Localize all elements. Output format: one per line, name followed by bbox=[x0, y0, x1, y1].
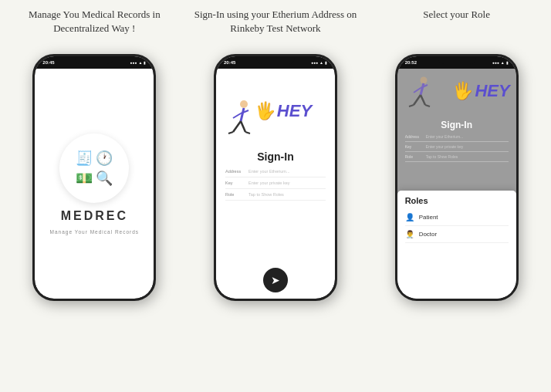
signin-title-3: Sign-In bbox=[441, 120, 472, 130]
hey-logo-3: 🖐 HEY bbox=[452, 81, 509, 101]
key-row-3: Key Enter your private key bbox=[405, 142, 509, 152]
col-medrec: Manage You Medical Records in Decentrali… bbox=[5, 8, 183, 301]
key-label: Key bbox=[225, 181, 245, 185]
signin-form-2: Address Enter your Etherium... Key Enter… bbox=[216, 166, 335, 262]
key-label-3: Key bbox=[405, 144, 424, 149]
svg-line-15 bbox=[425, 105, 430, 106]
roles-panel: Roles 👤 Patient 👨‍⚕️ Doctor bbox=[397, 191, 516, 299]
phone-notch bbox=[75, 56, 113, 64]
address-row-3: Address Enter your Etherium... bbox=[405, 132, 509, 142]
svg-line-7 bbox=[245, 132, 250, 133]
svg-line-2 bbox=[233, 113, 241, 118]
battery-icon-1: ▮ bbox=[144, 60, 146, 65]
address-input[interactable]: Enter your Etherium... bbox=[248, 169, 326, 174]
medrec-body: 🧾 🕐 💵 🔍 MEDREC Manage Your Medical Recor… bbox=[42, 69, 147, 299]
battery-icon-3: ▮ bbox=[506, 60, 509, 65]
wifi-icon-3: ▲ bbox=[501, 61, 505, 65]
signin-form-3: Address Enter your Etherium... Key Enter… bbox=[397, 132, 516, 162]
hey-text-2: HEY bbox=[277, 101, 312, 121]
signal-icon-2: ●●● bbox=[311, 61, 318, 65]
signin-title-2: Sign-In bbox=[257, 150, 293, 163]
svg-line-1 bbox=[241, 108, 244, 121]
status-icons-2: ●●● ▲ ▮ bbox=[311, 60, 327, 65]
svg-line-4 bbox=[233, 121, 241, 132]
role-placeholder-3: Tap to Show Roles bbox=[426, 154, 458, 159]
medrec-subtitle: Manage Your Medical Records bbox=[50, 229, 140, 235]
svg-line-10 bbox=[414, 88, 421, 93]
address-label-3: Address bbox=[405, 134, 424, 139]
svg-line-14 bbox=[409, 105, 414, 106]
signal-icon-3: ●●● bbox=[492, 61, 499, 65]
send-button-2[interactable]: ➤ bbox=[263, 268, 288, 292]
status-icons-1: ●●● ▲ ▮ bbox=[130, 60, 146, 65]
role-label-3: Role bbox=[405, 154, 424, 159]
patient-label: Patient bbox=[419, 214, 438, 221]
address-placeholder-3: Enter your Etherium... bbox=[426, 134, 464, 139]
key-row[interactable]: Key Enter your private key bbox=[225, 177, 326, 189]
hey-hand-icon-3: 🖐 bbox=[452, 81, 473, 101]
medrec-logo-circle: 🧾 🕐 💵 🔍 bbox=[59, 133, 129, 203]
doctor-icon: 👨‍⚕️ bbox=[405, 230, 414, 238]
clock-icon: 🕐 bbox=[96, 150, 113, 167]
signal-icon-1: ●●● bbox=[130, 61, 137, 65]
hey-text-3: HEY bbox=[475, 81, 509, 101]
caption-signin: Sign-In using your Etherium Address on R… bbox=[187, 8, 364, 46]
svg-line-6 bbox=[228, 132, 233, 133]
key-input[interactable]: Enter your private key bbox=[248, 181, 326, 185]
medrec-title: MEDREC bbox=[61, 209, 128, 223]
medrec-icons: 🧾 🕐 💵 🔍 bbox=[68, 142, 120, 194]
roles-title: Roles bbox=[405, 196, 509, 205]
screen-roles: 20:52 ●●● ▲ ▮ bbox=[397, 56, 516, 299]
screen3-body: 🖐 HEY Sign-In Address Enter your Etheriu… bbox=[397, 69, 516, 299]
hey-logo-2: 🖐 HEY bbox=[255, 101, 312, 121]
status-icons-3: ●●● ▲ ▮ bbox=[492, 60, 509, 65]
search-icon: 🔍 bbox=[96, 170, 113, 187]
screen-signin: 20:45 ●●● ▲ ▮ bbox=[216, 56, 335, 299]
calculator-icon: 🧾 bbox=[76, 150, 93, 167]
patient-icon: 👤 bbox=[405, 213, 414, 221]
phone-notch-2 bbox=[256, 56, 295, 64]
hey-hand-icon-2: 🖐 bbox=[255, 101, 276, 121]
status-time-3: 20:52 bbox=[405, 60, 417, 65]
phone-notch-3 bbox=[438, 56, 476, 64]
walking-person-icon bbox=[225, 100, 255, 146]
status-time-1: 20:45 bbox=[42, 60, 54, 65]
key-placeholder-3: Enter your private key bbox=[426, 144, 464, 149]
svg-point-0 bbox=[240, 100, 248, 108]
phone-roles: 20:52 ●●● ▲ ▮ bbox=[395, 54, 519, 301]
role-doctor[interactable]: 👨‍⚕️ Doctor bbox=[405, 226, 509, 243]
svg-line-12 bbox=[414, 95, 421, 105]
role-row-3: Role Tap to Show Roles bbox=[405, 152, 509, 162]
svg-line-9 bbox=[421, 83, 424, 95]
role-patient[interactable]: 👤 Patient bbox=[405, 209, 509, 226]
address-label: Address bbox=[225, 169, 245, 174]
phone-signin: 20:45 ●●● ▲ ▮ bbox=[214, 54, 337, 301]
caption-roles: Select your Role bbox=[423, 8, 490, 46]
battery-icon-2: ▮ bbox=[325, 60, 327, 65]
phone-medrec: 20:45 ●●● ▲ ▮ 🧾 🕐 💵 🔍 bbox=[32, 54, 156, 301]
caption-medrec: Manage You Medical Records in Decentrali… bbox=[5, 8, 183, 46]
screen-medrec: 20:45 ●●● ▲ ▮ 🧾 🕐 💵 🔍 bbox=[35, 56, 154, 299]
doctor-label: Doctor bbox=[419, 231, 438, 238]
wifi-icon-1: ▲ bbox=[138, 61, 142, 65]
role-row[interactable]: Role Tap to Show Roles bbox=[225, 189, 326, 201]
walking-person-icon-3 bbox=[407, 76, 434, 118]
col-signin: Sign-In using your Etherium Address on R… bbox=[187, 8, 364, 301]
app-container: Manage You Medical Records in Decentrali… bbox=[0, 0, 551, 392]
hey-header-2: 🖐 HEY bbox=[216, 69, 335, 146]
money-icon: 💵 bbox=[76, 170, 93, 187]
grey-top: 🖐 HEY Sign-In Address Enter your Etheriu… bbox=[397, 69, 516, 195]
svg-line-13 bbox=[421, 95, 425, 105]
col-roles: Select your Role 20:52 ●●● ▲ ▮ bbox=[368, 8, 546, 301]
address-row[interactable]: Address Enter your Etherium... bbox=[225, 166, 326, 177]
role-label: Role bbox=[225, 192, 245, 197]
person-area-3: 🖐 HEY bbox=[397, 73, 516, 118]
svg-point-8 bbox=[420, 77, 427, 84]
role-input[interactable]: Tap to Show Roles bbox=[248, 192, 326, 197]
status-time-2: 20:45 bbox=[224, 60, 235, 65]
svg-line-5 bbox=[241, 121, 245, 132]
wifi-icon-2: ▲ bbox=[319, 61, 323, 65]
